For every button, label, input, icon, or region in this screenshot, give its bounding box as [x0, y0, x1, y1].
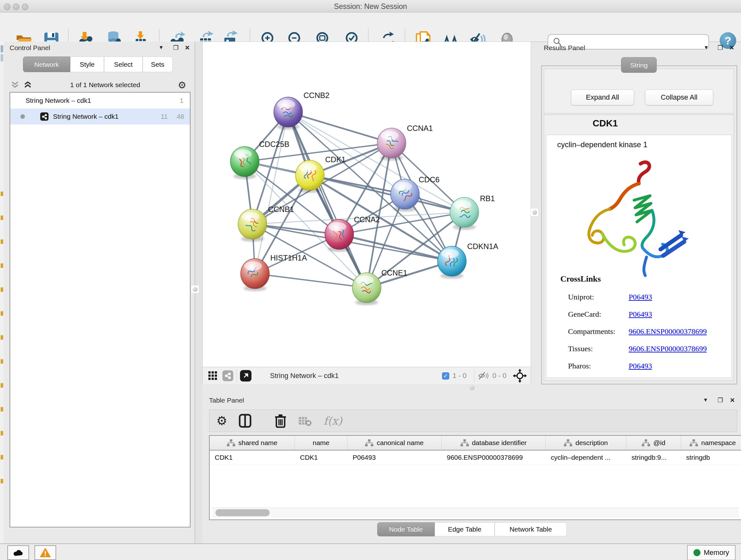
delete-column-trash-icon[interactable]	[274, 414, 286, 428]
collection-label: String Network – cdk1	[25, 97, 91, 105]
network-tree: String Network – cdk1 1 String Network –…	[10, 92, 191, 527]
string-style-icon[interactable]	[222, 370, 233, 381]
node-highlight	[234, 149, 252, 159]
tab-string[interactable]: String	[621, 57, 657, 73]
column-header-name[interactable]: name	[295, 436, 347, 450]
bottom-splitter[interactable]	[202, 384, 741, 391]
memory-button[interactable]: Memory	[687, 545, 736, 560]
tab-sets[interactable]: Sets	[143, 57, 173, 72]
table-toolbar: ⚙ f(x)	[209, 410, 737, 432]
table-cell: stringdb	[681, 450, 741, 464]
table-settings-gear-icon[interactable]: ⚙	[216, 414, 227, 428]
edge-mark	[1, 455, 3, 459]
node-highlight	[277, 100, 295, 109]
control-panel-float-icon[interactable]: ❐	[171, 44, 181, 51]
birds-eye-grid-icon[interactable]	[208, 371, 218, 381]
network-node-CCNE1[interactable]: CCNE1	[352, 268, 407, 305]
right-splitter-handle[interactable]	[530, 208, 539, 216]
show-columns-icon[interactable]	[239, 414, 252, 428]
node-highlight	[441, 249, 459, 258]
hierarchy-icon	[564, 439, 572, 447]
warnings-button[interactable]	[35, 545, 56, 560]
network-canvas[interactable]: CCNB2CCNA1CDC25BCDK1CDC6RB1CCNB1CCNA2CDK…	[202, 42, 531, 368]
control-panel-close-icon[interactable]: ✕	[183, 44, 192, 51]
column-header-shared-name[interactable]: shared name	[210, 436, 295, 450]
fit-selected-crosshair-icon[interactable]	[513, 369, 527, 383]
results-panel-menu-icon[interactable]: ▼	[701, 45, 711, 51]
node-label-CCNE1: CCNE1	[381, 268, 407, 277]
network-edge-HIST1H1A-CCNE1[interactable]	[255, 273, 367, 288]
network-node-HIST1H1A[interactable]: HIST1H1A	[241, 253, 307, 291]
crosslink-link[interactable]: 9606.ENSP00000378699	[629, 345, 707, 353]
column-header--id[interactable]: @id	[626, 436, 681, 450]
network-node-CDC6[interactable]: CDC6	[391, 175, 440, 212]
results-panel-float-icon[interactable]: ❐	[716, 44, 725, 51]
cloud-status-button[interactable]	[7, 545, 29, 560]
node-label-CCNB2: CCNB2	[304, 91, 329, 100]
control-panel-menu-icon[interactable]: ▼	[156, 45, 166, 51]
column-label: shared name	[239, 439, 278, 447]
crosslink-link[interactable]: 9606.ENSP00000378699	[629, 327, 707, 336]
footer-separator	[237, 369, 237, 382]
column-label: database identifier	[472, 439, 527, 447]
network-node-CCNB1[interactable]: CCNB1	[238, 205, 294, 242]
gene-name: CDK1	[593, 118, 618, 129]
node-label-CCNB1: CCNB1	[268, 205, 294, 213]
column-header-namespace[interactable]: namespace	[681, 436, 741, 450]
table-panel-float-icon[interactable]: ❐	[716, 396, 725, 404]
column-label: canonical name	[377, 439, 423, 447]
edge-mark	[1, 359, 3, 364]
control-panel: Control Panel ▼ ❐ ✕ NetworkStyleSelectSe…	[4, 42, 195, 543]
crosslink-link[interactable]: P06493	[629, 293, 652, 301]
results-panel: Results Panel ▼ ❐ ✕ String Expand All Co…	[539, 42, 741, 385]
table-panel-menu-icon[interactable]: ▼	[701, 397, 711, 403]
edge-mark	[1, 479, 3, 483]
crosslinks-list: Uniprot:P06493GeneCard:P06493Compartment…	[568, 288, 728, 374]
results-panel-close-icon[interactable]: ✕	[727, 44, 737, 51]
tab-edge-table[interactable]: Edge Table	[434, 522, 495, 537]
tab-select[interactable]: Select	[104, 57, 143, 72]
bottom-splitter-handle[interactable]	[470, 385, 475, 390]
protein-structure-image	[569, 152, 696, 279]
hidden-eye-slash-icon[interactable]	[478, 371, 489, 380]
tab-style[interactable]: Style	[70, 57, 104, 72]
collapse-all-chevron-icon[interactable]	[10, 81, 20, 89]
crosslink-link[interactable]: P06493	[629, 310, 652, 319]
table-panel-close-icon[interactable]: ✕	[728, 396, 737, 404]
scrollbar-thumb[interactable]	[215, 509, 270, 516]
network-edge-CCNB2-HIST1H1A[interactable]	[255, 112, 288, 273]
tab-node-table[interactable]: Node Table	[377, 522, 434, 537]
network-options-gear-icon[interactable]: ⚙	[178, 79, 186, 91]
selected-count: 1 - 0	[453, 372, 467, 380]
tab-network[interactable]: Network	[23, 57, 70, 72]
expand-all-button[interactable]: Expand All	[571, 89, 634, 105]
network-node-CDKN1A[interactable]: CDKN1A	[437, 242, 498, 279]
collapse-all-button[interactable]: Collapse All	[645, 89, 713, 105]
left-splitter[interactable]	[195, 42, 203, 543]
open-in-browser-icon[interactable]	[240, 370, 252, 381]
network-row-selected[interactable]: String Network – cdk1 11 48	[10, 109, 190, 125]
crosslink-link[interactable]: P06493	[629, 362, 652, 370]
column-header-description[interactable]: description	[546, 436, 626, 450]
application-window: Session: New Session	[0, 0, 741, 560]
network-edge-CCNB2-CCNA1[interactable]	[288, 112, 392, 143]
node-highlight	[244, 261, 262, 270]
network-selection-status: 1 of 1 Network selected	[32, 81, 178, 89]
node-label-CDK1: CDK1	[325, 155, 346, 164]
network-edge-CCNA2-CDKN1A[interactable]	[339, 234, 452, 261]
network-node-RB1[interactable]: RB1	[450, 194, 495, 230]
table-cell: CDK1	[210, 450, 295, 464]
selected-checkbox-icon[interactable]: ✓	[442, 372, 449, 380]
tab-network-table[interactable]: Network Table	[495, 522, 567, 537]
table-row[interactable]: CDK1CDK1P064939606.ENSP00000378699cyclin…	[210, 450, 741, 465]
expand-all-chevron-icon[interactable]	[23, 81, 32, 89]
table-horizontal-scrollbar[interactable]	[212, 508, 739, 517]
network-view-toolbar: String Network – cdk1 ✓ 1 - 0 0 - 0	[202, 367, 531, 385]
left-splitter-handle[interactable]	[191, 285, 199, 294]
network-edge-CDK1-RB1[interactable]	[310, 175, 464, 212]
node-highlight	[356, 275, 374, 285]
network-collection-row[interactable]: String Network – cdk1 1	[10, 92, 190, 109]
collection-count: 1	[180, 97, 184, 105]
column-header-canonical-name[interactable]: canonical name	[347, 436, 442, 450]
column-header-database-identifier[interactable]: database identifier	[442, 436, 546, 450]
